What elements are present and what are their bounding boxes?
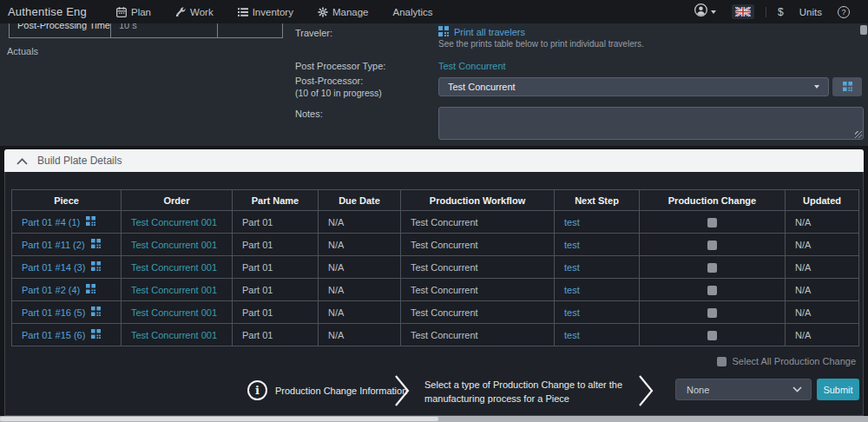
nav-item-plan[interactable]: Plan (104, 0, 163, 23)
next-step-link[interactable]: test (564, 262, 580, 273)
units-button[interactable]: Units (792, 0, 830, 23)
col-header-piece: Piece (12, 190, 122, 211)
order-link[interactable]: Test Concurrent 001 (131, 330, 217, 340)
production-change-checkbox[interactable] (707, 263, 717, 273)
post-processor-label: Post-Processor: (295, 76, 363, 86)
chevron-up-icon (16, 153, 28, 168)
next-step-link[interactable]: test (564, 307, 580, 318)
order-link[interactable]: Test Concurrent 001 (131, 262, 217, 273)
vertical-scrollbar-thumb[interactable] (860, 25, 867, 35)
next-step-link[interactable]: test (564, 285, 580, 295)
gear-icon (318, 7, 328, 17)
calendar-icon (116, 7, 127, 17)
production-change-checkbox[interactable] (707, 331, 717, 340)
help-button[interactable]: ? (830, 0, 858, 23)
col-header-order: Order (122, 190, 233, 211)
print-all-travelers-link[interactable]: Print all travelers (438, 26, 525, 38)
order-link[interactable]: Test Concurrent 001 (131, 307, 217, 318)
col-header-updated: Updated (786, 190, 859, 211)
col-header-next-step: Next Step (555, 190, 640, 211)
chevron-down-icon (711, 10, 716, 14)
production-change-select[interactable]: None (675, 379, 812, 400)
post-processor-select[interactable]: Test Concurrent (438, 77, 829, 96)
post-processor-qr-button[interactable] (832, 77, 862, 96)
post-processor-type-link[interactable]: Test Concurrent (438, 61, 506, 71)
user-menu-button[interactable] (687, 0, 724, 23)
run-details-section: Post-Processing Time 10 s Actuals Travel… (0, 23, 868, 146)
print-all-travelers-label: Print all travelers (454, 27, 525, 37)
nav-item-inventory[interactable]: Inventory (226, 0, 306, 23)
part-name-cell: Part 01 (233, 279, 319, 301)
qr-code-icon[interactable] (91, 239, 101, 250)
next-step-link[interactable]: test (564, 330, 580, 340)
nav-item-label: Manage (332, 7, 369, 17)
order-link[interactable]: Test Concurrent 001 (131, 285, 217, 295)
due-date-cell: N/A (319, 279, 401, 301)
workflow-cell: Test Concurrent (401, 256, 555, 279)
select-all-production-change[interactable]: Select All Production Change (717, 356, 856, 366)
piece-link[interactable]: Part 01 #4 (1) (22, 217, 80, 227)
next-step-link[interactable]: test (564, 217, 580, 227)
production-change-checkbox[interactable] (707, 241, 717, 250)
part-name-cell: Part 01 (233, 234, 319, 256)
col-header-due-date: Due Date (319, 190, 401, 211)
part-name-cell: Part 01 (233, 256, 319, 279)
notes-textarea[interactable] (438, 107, 864, 140)
col-header-production-workflow: Production Workflow (401, 190, 555, 211)
production-change-info[interactable]: i Production Change Information (247, 380, 407, 400)
select-all-checkbox[interactable] (717, 357, 727, 366)
qr-code-icon[interactable] (86, 284, 95, 295)
info-icon: i (247, 380, 267, 400)
main-nav: Plan Work Inventory Manage (104, 0, 445, 23)
qr-code-icon[interactable] (91, 329, 101, 340)
instruction-line-1: Select a type of Production Change to al… (424, 378, 622, 392)
nav-item-label: Analytics (393, 7, 433, 17)
production-change-info-label: Production Change Information (275, 386, 407, 396)
order-link[interactable]: Test Concurrent 001 (131, 217, 217, 227)
piece-link[interactable]: Part 01 #15 (6) (22, 330, 85, 340)
due-date-cell: N/A (319, 324, 401, 346)
help-icon: ? (838, 6, 850, 18)
qr-code-icon[interactable] (91, 261, 101, 273)
production-change-selected-value: None (687, 385, 709, 395)
due-date-cell: N/A (319, 211, 401, 234)
part-name-cell: Part 01 (233, 301, 319, 324)
submit-button[interactable]: Submit (817, 379, 859, 400)
language-flag-button[interactable] (724, 0, 762, 23)
brand-logo[interactable]: Authentise Eng (0, 5, 97, 18)
qr-code-icon[interactable] (86, 216, 95, 227)
qr-code-icon[interactable] (91, 307, 101, 318)
app-screen: Authentise Eng Plan Work Inventory (0, 0, 868, 422)
resize-grip-icon[interactable] (855, 131, 862, 138)
production-change-checkbox[interactable] (707, 218, 717, 227)
next-step-link[interactable]: test (564, 240, 580, 250)
table-row: Part 01 #11 (2) Test Concurrent 001 Part… (12, 234, 859, 256)
nav-item-label: Plan (131, 7, 151, 17)
post-processor-selected-value: Test Concurrent (448, 82, 516, 92)
piece-link[interactable]: Part 01 #16 (5) (22, 307, 85, 318)
piece-link[interactable]: Part 01 #2 (4) (22, 285, 80, 295)
piece-link[interactable]: Part 01 #11 (2) (22, 240, 85, 250)
horizontal-scrollbar[interactable] (0, 416, 868, 422)
estimates-row-value: 10 s (111, 23, 218, 37)
horizontal-scrollbar-thumb[interactable] (0, 417, 438, 421)
table-row: Part 01 #15 (6) Test Concurrent 001 Part… (12, 324, 859, 346)
order-link[interactable]: Test Concurrent 001 (131, 240, 217, 250)
part-name-cell: Part 01 (233, 211, 319, 234)
build-plate-details-header[interactable]: Build Plate Details (4, 149, 864, 172)
build-plate-details-title: Build Plate Details (37, 155, 122, 167)
nav-item-work[interactable]: Work (163, 0, 226, 23)
user-icon (694, 3, 707, 20)
piece-link[interactable]: Part 01 #14 (3) (22, 262, 85, 273)
navbar-right: $ Units ? (687, 0, 868, 23)
production-change-checkbox[interactable] (707, 308, 717, 318)
production-change-checkbox[interactable] (707, 286, 717, 295)
currency-button[interactable]: $ (770, 0, 792, 23)
chevron-down-icon (814, 85, 819, 89)
nav-item-analytics[interactable]: Analytics (381, 0, 445, 23)
post-processor-progress: (10 of 10 in progress) (295, 88, 382, 98)
chevron-right-icon (393, 374, 411, 411)
navbar-divider (766, 7, 766, 17)
instruction-line-2: manufacturing process for a Piece (424, 392, 622, 406)
nav-item-manage[interactable]: Manage (306, 0, 381, 23)
